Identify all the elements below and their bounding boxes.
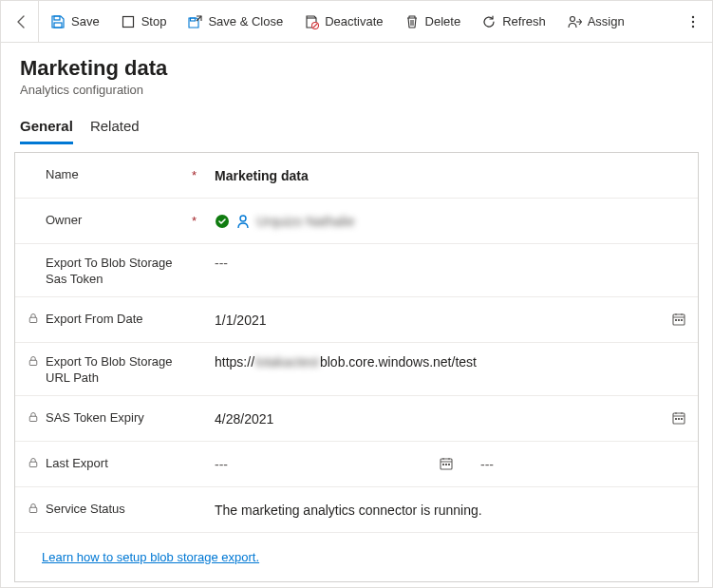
tab-general[interactable]: General xyxy=(20,112,73,144)
svg-point-7 xyxy=(692,20,694,22)
svg-rect-1 xyxy=(54,23,62,28)
person-icon xyxy=(235,214,251,229)
svg-rect-21 xyxy=(681,418,683,420)
svg-rect-25 xyxy=(445,464,447,465)
tab-strip: General Related xyxy=(1,112,712,144)
lock-icon xyxy=(27,502,40,514)
save-button[interactable]: Save xyxy=(41,9,109,35)
row-name: Name * Marketing data xyxy=(15,153,698,199)
label-export-from: Export From Date xyxy=(46,312,143,328)
delete-label: Delete xyxy=(425,14,461,28)
label-last-export: Last Export xyxy=(46,456,108,472)
svg-point-5 xyxy=(570,16,574,21)
svg-rect-14 xyxy=(678,319,680,321)
save-icon xyxy=(50,14,66,29)
footer-link-row: Learn how to setup blob storage export. xyxy=(15,533,698,581)
svg-rect-22 xyxy=(29,462,37,466)
row-sas-expiry: SAS Token Expiry 4/28/2021 xyxy=(15,396,698,442)
required-marker: * xyxy=(192,214,211,228)
required-marker: * xyxy=(192,168,211,182)
command-bar: Save Stop Save & Close Deactivate Delete xyxy=(1,1,712,43)
label-url-path: Export To Blob Storage URL Path xyxy=(46,354,192,387)
page-header: Marketing data Analytics configuration xyxy=(1,43,712,97)
svg-rect-11 xyxy=(29,317,37,322)
svg-point-10 xyxy=(240,216,246,221)
deactivate-label: Deactivate xyxy=(325,14,383,28)
check-circle-icon xyxy=(215,214,230,229)
delete-button[interactable]: Delete xyxy=(395,9,471,35)
save-close-label: Save & Close xyxy=(208,14,283,28)
form-panel: Name * Marketing data Owner * Urquizo Na… xyxy=(14,152,699,582)
lock-icon xyxy=(27,312,40,324)
svg-rect-2 xyxy=(122,16,133,27)
owner-name: Urquizo Nathalie xyxy=(256,214,355,229)
page-subtitle: Analytics configuration xyxy=(20,83,693,97)
save-label: Save xyxy=(71,14,100,28)
svg-rect-17 xyxy=(29,416,37,421)
svg-rect-16 xyxy=(29,360,37,365)
assign-icon xyxy=(567,14,582,29)
back-button[interactable] xyxy=(5,1,39,43)
svg-rect-26 xyxy=(448,464,450,465)
input-owner[interactable]: Urquizo Nathalie xyxy=(211,214,688,229)
input-export-from[interactable]: 1/1/2021 xyxy=(211,312,688,329)
calendar-icon[interactable] xyxy=(671,410,688,427)
deactivate-button[interactable]: Deactivate xyxy=(294,9,392,35)
delete-icon xyxy=(404,14,420,29)
svg-rect-24 xyxy=(442,464,444,465)
row-owner: Owner * Urquizo Nathalie xyxy=(15,199,698,244)
row-url-path: Export To Blob Storage URL Path https://… xyxy=(15,343,698,396)
svg-point-6 xyxy=(692,15,694,17)
back-arrow-icon xyxy=(14,14,29,29)
save-close-button[interactable]: Save & Close xyxy=(178,9,292,35)
input-last-export[interactable]: --- --- xyxy=(211,456,688,473)
label-sas-expiry: SAS Token Expiry xyxy=(46,410,144,427)
label-service-status: Service Status xyxy=(46,502,125,518)
refresh-button[interactable]: Refresh xyxy=(472,9,555,35)
tab-related[interactable]: Related xyxy=(90,112,140,144)
row-sas-token: Export To Blob Storage Sas Token --- xyxy=(15,244,698,297)
input-name[interactable]: Marketing data xyxy=(211,168,688,183)
input-sas-expiry[interactable]: 4/28/2021 xyxy=(211,410,688,427)
overflow-button[interactable] xyxy=(678,7,708,37)
svg-rect-15 xyxy=(681,319,683,321)
svg-rect-0 xyxy=(54,16,60,20)
setup-help-link[interactable]: Learn how to setup blob storage export. xyxy=(42,550,259,564)
input-sas-token[interactable]: --- xyxy=(211,256,688,271)
save-close-icon xyxy=(187,14,202,29)
page-title: Marketing data xyxy=(20,56,693,81)
svg-rect-20 xyxy=(678,418,680,420)
svg-rect-19 xyxy=(675,418,677,420)
row-export-from: Export From Date 1/1/2021 xyxy=(15,297,698,343)
row-service-status: Service Status The marketing analytics c… xyxy=(15,487,698,533)
refresh-icon xyxy=(481,14,497,29)
lock-icon xyxy=(27,456,40,468)
value-service-status: The marketing analytics connector is run… xyxy=(211,503,688,518)
svg-point-8 xyxy=(692,25,694,27)
stop-icon xyxy=(121,14,136,29)
label-sas-token: Export To Blob Storage Sas Token xyxy=(46,256,192,288)
app-frame: Save Stop Save & Close Deactivate Delete xyxy=(0,0,713,588)
stop-label: Stop xyxy=(141,14,167,28)
label-name: Name xyxy=(46,167,79,183)
svg-rect-3 xyxy=(191,18,196,21)
stop-button[interactable]: Stop xyxy=(111,9,177,35)
row-last-export: Last Export --- --- xyxy=(15,442,698,487)
calendar-icon[interactable] xyxy=(439,456,456,473)
svg-rect-27 xyxy=(29,507,37,512)
svg-rect-13 xyxy=(675,319,677,321)
calendar-icon[interactable] xyxy=(671,312,688,329)
assign-label: Assign xyxy=(588,14,625,28)
lock-icon xyxy=(27,354,40,367)
input-url-path[interactable]: https://lotakactestblob.core.windows.net… xyxy=(211,354,688,370)
lock-icon xyxy=(27,410,40,423)
label-owner: Owner xyxy=(46,213,82,229)
deactivate-icon xyxy=(304,14,319,29)
refresh-label: Refresh xyxy=(502,14,546,28)
assign-button[interactable]: Assign xyxy=(557,9,634,35)
more-vertical-icon xyxy=(685,14,701,29)
